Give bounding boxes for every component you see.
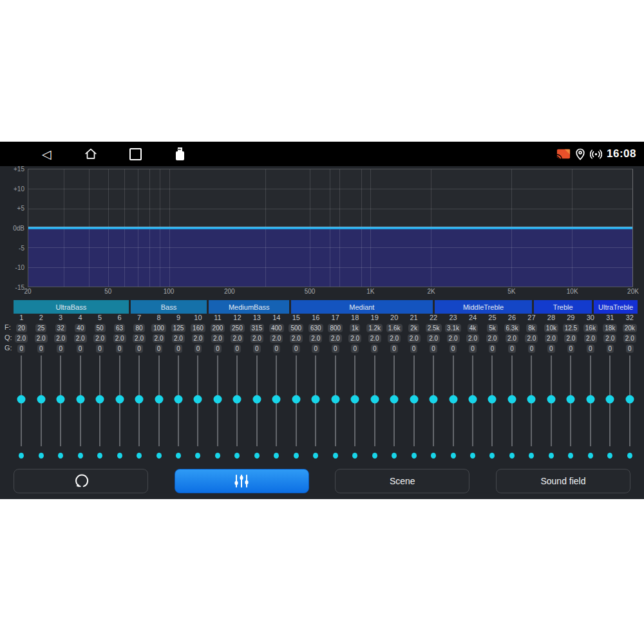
slider-thumb[interactable] xyxy=(272,395,281,404)
slider-thumb[interactable] xyxy=(370,395,379,404)
channel-indicator-dot[interactable] xyxy=(529,453,534,459)
channel-indicator-dot[interactable] xyxy=(489,453,495,459)
band-segment-middletreble[interactable]: MiddleTreble xyxy=(435,300,533,314)
channel-indicator-dot[interactable] xyxy=(412,453,417,459)
slider-thumb[interactable] xyxy=(292,395,300,404)
gain-slider[interactable] xyxy=(561,355,580,446)
gain-slider[interactable] xyxy=(149,355,168,446)
channel-indicator-dot[interactable] xyxy=(549,453,554,459)
slider-thumb[interactable] xyxy=(390,395,399,404)
channel-indicator-dot[interactable] xyxy=(117,453,122,459)
band-segment-treble[interactable]: Treble xyxy=(534,300,592,314)
gain-slider[interactable] xyxy=(51,355,70,446)
channel-indicator-dot[interactable] xyxy=(58,453,63,459)
slider-thumb[interactable] xyxy=(233,395,242,404)
back-icon[interactable]: ◁ xyxy=(39,146,54,162)
gain-slider[interactable] xyxy=(443,355,462,446)
gain-slider[interactable] xyxy=(522,355,541,446)
slider-thumb[interactable] xyxy=(507,395,516,404)
channel-indicator-dot[interactable] xyxy=(274,453,279,459)
channel-indicator-dot[interactable] xyxy=(568,453,573,459)
band-segment-ultrabass[interactable]: UltraBass xyxy=(14,300,129,314)
scene-button[interactable]: Scene xyxy=(335,469,469,493)
slider-thumb[interactable] xyxy=(57,395,65,404)
channel-indicator-dot[interactable] xyxy=(176,453,181,459)
gain-slider[interactable] xyxy=(424,355,443,446)
slider-thumb[interactable] xyxy=(567,395,575,404)
band-segment-ultratreble[interactable]: UltraTreble xyxy=(594,300,638,314)
channel-indicator-dot[interactable] xyxy=(451,453,456,459)
gain-slider[interactable] xyxy=(502,355,522,446)
gain-slider[interactable] xyxy=(227,355,247,446)
channel-indicator-dot[interactable] xyxy=(333,453,338,459)
slider-thumb[interactable] xyxy=(135,395,144,404)
band-segment-mediumbass[interactable]: MediumBass xyxy=(209,300,289,314)
usb-icon[interactable] xyxy=(172,146,187,162)
gain-slider[interactable] xyxy=(287,355,306,446)
slider-thumb[interactable] xyxy=(252,395,261,404)
gain-slider[interactable] xyxy=(129,355,149,446)
slider-thumb[interactable] xyxy=(17,395,26,404)
slider-thumb[interactable] xyxy=(76,395,84,404)
channel-indicator-dot[interactable] xyxy=(137,453,142,459)
channel-indicator-dot[interactable] xyxy=(234,453,240,459)
channel-indicator-dot[interactable] xyxy=(39,453,44,459)
gain-slider[interactable] xyxy=(267,355,286,446)
channel-indicator-dot[interactable] xyxy=(97,453,102,459)
gain-slider[interactable] xyxy=(247,355,267,446)
channel-indicator-dot[interactable] xyxy=(372,453,377,459)
channel-indicator-dot[interactable] xyxy=(509,453,515,459)
slider-thumb[interactable] xyxy=(625,395,634,404)
gain-slider[interactable] xyxy=(600,355,620,446)
gain-slider[interactable] xyxy=(188,355,207,446)
slider-thumb[interactable] xyxy=(547,395,555,404)
gain-slider[interactable] xyxy=(208,355,227,446)
gain-slider[interactable] xyxy=(31,355,50,446)
channel-indicator-dot[interactable] xyxy=(156,453,162,459)
gain-slider[interactable] xyxy=(404,355,423,446)
channel-indicator-dot[interactable] xyxy=(607,453,612,459)
reset-button[interactable] xyxy=(14,469,148,493)
channel-indicator-dot[interactable] xyxy=(195,453,200,459)
slider-thumb[interactable] xyxy=(312,395,320,404)
slider-thumb[interactable] xyxy=(449,395,457,404)
gain-slider[interactable] xyxy=(463,355,482,446)
slider-thumb[interactable] xyxy=(174,395,182,404)
slider-thumb[interactable] xyxy=(96,395,104,404)
channel-indicator-dot[interactable] xyxy=(313,453,318,459)
slider-thumb[interactable] xyxy=(194,395,202,404)
channel-indicator-dot[interactable] xyxy=(215,453,220,459)
slider-thumb[interactable] xyxy=(115,395,124,404)
channel-indicator-dot[interactable] xyxy=(294,453,299,459)
band-segment-bass[interactable]: Bass xyxy=(131,300,207,314)
gain-slider[interactable] xyxy=(365,355,384,446)
gain-slider[interactable] xyxy=(384,355,404,446)
gain-slider[interactable] xyxy=(542,355,561,446)
channel-indicator-dot[interactable] xyxy=(254,453,260,459)
gain-slider[interactable] xyxy=(482,355,502,446)
recents-icon[interactable] xyxy=(128,146,143,162)
channel-indicator-dot[interactable] xyxy=(470,453,475,459)
gain-slider[interactable] xyxy=(90,355,109,446)
channel-indicator-dot[interactable] xyxy=(588,453,593,459)
gain-slider[interactable] xyxy=(169,355,188,446)
slider-thumb[interactable] xyxy=(469,395,477,404)
band-segment-mediant[interactable]: Mediant xyxy=(291,300,433,314)
slider-thumb[interactable] xyxy=(155,395,163,404)
channel-indicator-dot[interactable] xyxy=(352,453,357,459)
gain-slider[interactable] xyxy=(109,355,129,446)
channel-indicator-dot[interactable] xyxy=(627,453,632,459)
channel-indicator-dot[interactable] xyxy=(19,453,24,459)
gain-slider[interactable] xyxy=(70,355,90,446)
channel-indicator-dot[interactable] xyxy=(431,453,436,459)
gain-slider[interactable] xyxy=(12,355,31,446)
gain-slider[interactable] xyxy=(581,355,600,446)
home-icon[interactable] xyxy=(83,146,99,162)
gain-slider[interactable] xyxy=(345,355,365,446)
channel-indicator-dot[interactable] xyxy=(392,453,397,459)
gain-slider[interactable] xyxy=(620,355,639,446)
slider-thumb[interactable] xyxy=(351,395,359,404)
slider-thumb[interactable] xyxy=(430,395,438,404)
gain-slider[interactable] xyxy=(326,355,345,446)
gain-slider[interactable] xyxy=(306,355,325,446)
